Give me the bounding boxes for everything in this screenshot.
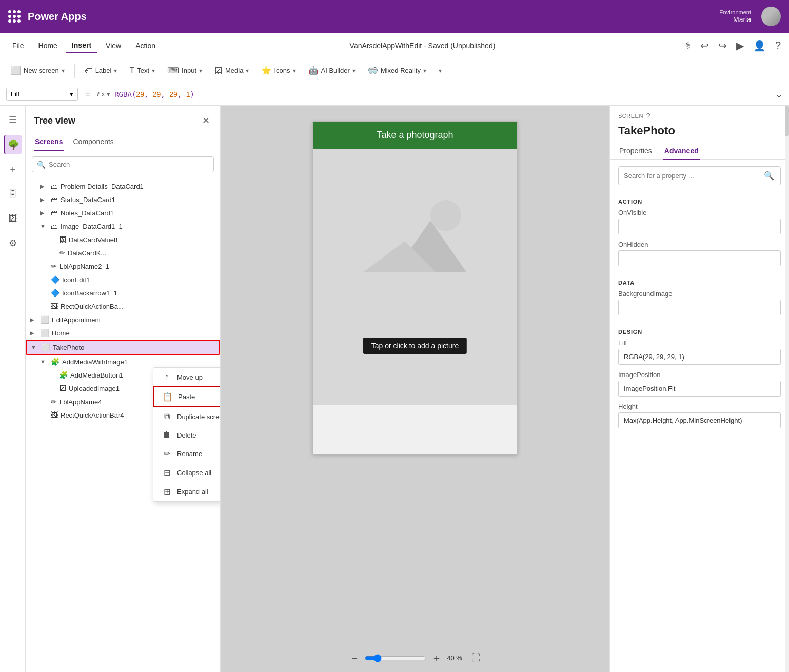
props-scrollbar[interactable]: [785, 106, 789, 672]
context-paste[interactable]: 📋 Paste: [153, 386, 221, 407]
tree-title: Tree view: [34, 115, 75, 126]
activity-plus-icon[interactable]: ＋: [4, 160, 22, 179]
text-button[interactable]: T Text ▾: [125, 64, 160, 78]
context-delete[interactable]: 🗑 Delete: [153, 426, 221, 444]
menu-insert[interactable]: Insert: [66, 38, 97, 53]
zoom-slider[interactable]: [365, 654, 426, 662]
tap-label: Tap or click to add a picture: [363, 338, 467, 354]
activity-db-icon[interactable]: 🗄: [4, 185, 22, 203]
activity-tree-icon[interactable]: 🌳: [4, 135, 22, 154]
icons-button[interactable]: ⭐ Icons ▾: [257, 63, 300, 78]
activity-menu-icon[interactable]: ☰: [4, 111, 22, 129]
tab-advanced[interactable]: Advanced: [663, 143, 700, 160]
expand-icon[interactable]: ▶: [30, 317, 38, 323]
tree-item-rectquickaction[interactable]: ▶ 🖼 RectQuickActionBa...: [26, 300, 220, 313]
tab-properties[interactable]: Properties: [618, 143, 653, 160]
property-search-input[interactable]: [619, 168, 758, 184]
search-input[interactable]: [32, 156, 214, 172]
tree-item-takephoto[interactable]: ▼ ⬜ TakePhoto: [26, 340, 220, 355]
property-search-icon[interactable]: 🔍: [758, 167, 780, 185]
field-onvisible-input[interactable]: [618, 219, 781, 234]
field-onhidden-input[interactable]: [618, 250, 781, 266]
tree-item-iconbackarrow[interactable]: ▶ 🔷 IconBackarrow1_1: [26, 286, 220, 300]
context-move-up[interactable]: ↑ Move up: [153, 368, 221, 386]
new-screen-chevron-icon: ▾: [62, 67, 65, 74]
expand-icon[interactable]: ▼: [40, 223, 48, 229]
expand-icon[interactable]: ▼: [31, 344, 39, 350]
avatar[interactable]: [761, 7, 781, 26]
undo-icon[interactable]: ↩: [698, 37, 711, 54]
formula-content[interactable]: RGBA(29, 29, 29, 1): [114, 90, 771, 98]
tree-item-notes[interactable]: ▶ 🗃 Notes_DataCard1: [26, 206, 220, 220]
media-button[interactable]: 🖼 Media ▾: [210, 64, 253, 78]
context-rename[interactable]: ✏ Rename: [153, 444, 221, 463]
play-icon[interactable]: ▶: [734, 37, 746, 54]
input-button[interactable]: ⌨ Input ▾: [163, 63, 207, 78]
search-icon: 🔍: [37, 161, 46, 169]
menu-action[interactable]: Action: [129, 38, 162, 53]
field-height-input[interactable]: [618, 412, 781, 428]
help-icon[interactable]: ?: [646, 112, 650, 120]
context-collapse-all[interactable]: ⊟ Collapse all: [153, 463, 221, 482]
zoom-out-button[interactable]: －: [349, 651, 360, 665]
field-imageposition-input[interactable]: [618, 381, 781, 397]
ai-chevron-icon: ▾: [352, 67, 356, 74]
tab-components[interactable]: Components: [72, 133, 114, 151]
help-icon[interactable]: ?: [773, 37, 783, 53]
property-dropdown[interactable]: Fill ▾: [6, 88, 78, 101]
fx-button[interactable]: f x ▾: [97, 90, 110, 98]
image-placeholder: Tap or click to add a picture: [313, 149, 517, 405]
collapse-icon: ⊟: [162, 468, 172, 478]
label-button[interactable]: 🏷 Label ▾: [80, 64, 122, 78]
tree-item-addmedia[interactable]: ▼ 🧩 AddMediaWithImage1: [26, 355, 220, 368]
zoom-in-button[interactable]: ＋: [431, 651, 442, 665]
tree-close-icon[interactable]: ✕: [200, 113, 212, 128]
property-name: Fill: [11, 90, 19, 98]
fullscreen-icon[interactable]: ⛶: [471, 653, 481, 663]
context-duplicate[interactable]: ⧉ Duplicate screen: [153, 407, 221, 426]
tab-screens[interactable]: Screens: [34, 133, 64, 151]
expand-icon[interactable]: ▶: [40, 210, 48, 216]
item-label: EditAppointment: [52, 316, 101, 324]
menu-icons: ⚕ ↩ ↪ ▶ 👤 ?: [683, 37, 783, 54]
ai-builder-label: AI Builder: [321, 67, 350, 74]
context-menu: ↑ Move up 📋 Paste ⧉ Duplicate screen 🗑 D…: [153, 367, 221, 502]
image-icon: 🖼: [51, 411, 58, 419]
tree-item-status[interactable]: ▶ 🗃 Status_DataCard1: [26, 193, 220, 206]
expand-icon[interactable]: ▶: [30, 330, 38, 337]
input-btn-label: Input: [182, 67, 196, 74]
tree-item-image-datacard[interactable]: ▼ 🗃 Image_DataCard1_1: [26, 220, 220, 233]
activity-controls-icon[interactable]: ⚙: [4, 234, 22, 252]
person-icon[interactable]: 👤: [751, 37, 768, 54]
more-button[interactable]: ▾: [434, 65, 446, 77]
app-dots-icon[interactable]: [8, 10, 21, 23]
props-tabs: Properties Advanced: [610, 143, 789, 160]
take-photo-btn[interactable]: Take a photograph: [313, 122, 517, 149]
expand-icon[interactable]: ▶: [40, 183, 48, 190]
tree-item-datacardvalue8[interactable]: ▶ 🖼 DataCardValue8: [26, 233, 220, 246]
expand-icon[interactable]: ▶: [40, 196, 48, 203]
menu-view[interactable]: View: [100, 38, 127, 53]
label-chevron-icon: ▾: [114, 67, 117, 74]
activity-media-icon[interactable]: 🖼: [4, 209, 22, 228]
ai-builder-button[interactable]: 🤖 AI Builder ▾: [304, 63, 360, 78]
tree-item-lblappname2[interactable]: ▶ ✏ LblAppName2_1: [26, 260, 220, 273]
tree-item-home[interactable]: ▶ ⬜ Home: [26, 326, 220, 340]
mixed-reality-button[interactable]: 🥽 Mixed Reality ▾: [363, 63, 431, 78]
tree-item-iconedit1[interactable]: ▶ 🔷 IconEdit1: [26, 273, 220, 286]
tree-item-datacardk[interactable]: ▶ ✏ DataCardK...: [26, 246, 220, 260]
stethoscope-icon[interactable]: ⚕: [683, 37, 693, 54]
tree-item-problem-details[interactable]: ▶ 🗃 Problem Details_DataCard1: [26, 180, 220, 193]
redo-icon[interactable]: ↪: [716, 37, 729, 54]
menu-file[interactable]: File: [6, 38, 30, 53]
context-expand-all[interactable]: ⊞ Expand all: [153, 482, 221, 501]
field-fill-input[interactable]: [618, 349, 781, 365]
section-design: DESIGN: [618, 329, 781, 335]
field-bgimage-input[interactable]: [618, 300, 781, 315]
menu-home[interactable]: Home: [32, 38, 64, 53]
tree-item-editappointment[interactable]: ▶ ⬜ EditAppointment: [26, 313, 220, 326]
top-bar: Power Apps Environment Maria: [0, 0, 789, 33]
formula-expand-icon[interactable]: ⌄: [775, 89, 783, 100]
expand-icon[interactable]: ▼: [40, 359, 48, 365]
new-screen-button[interactable]: ⬜ New screen ▾: [6, 63, 69, 78]
